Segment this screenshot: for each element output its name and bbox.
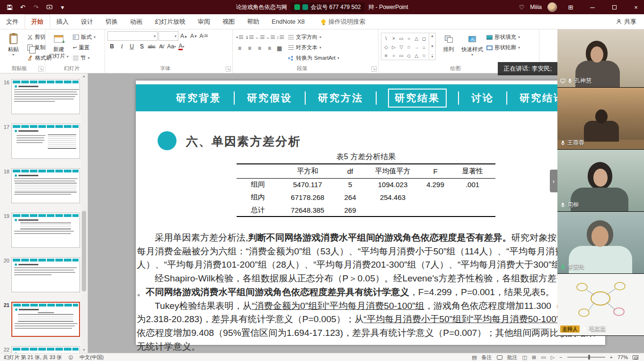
slide-nav-item-4[interactable]: 讨论: [470, 90, 495, 107]
ribbon-tab-0[interactable]: 文件: [0, 14, 25, 29]
participant-video[interactable]: 主持人 毛某晨: [557, 274, 644, 336]
decrease-indent-button[interactable]: ←: [255, 33, 265, 42]
change-case-button[interactable]: Aa▾: [167, 42, 176, 51]
paragraph-dialog-launcher[interactable]: ↘: [371, 66, 377, 72]
font-family-select[interactable]: ▾: [107, 31, 158, 41]
qat-customize-icon[interactable]: ▾: [59, 3, 66, 11]
panel-collapse-button[interactable]: ›: [550, 170, 557, 192]
comments-button[interactable]: 批注: [507, 354, 518, 361]
reading-view-button[interactable]: ▭: [541, 354, 546, 361]
italic-button[interactable]: I: [117, 42, 126, 51]
slide-thumbnail[interactable]: 20: [2, 257, 80, 292]
minimize-button[interactable]: ─: [584, 0, 600, 14]
ribbon-tab-6[interactable]: 幻灯片放映: [149, 14, 192, 29]
normal-view-button[interactable]: ◫: [522, 354, 527, 361]
layout-button[interactable]: 版式 ▾: [71, 32, 97, 42]
slide-thumbnail[interactable]: 19: [2, 213, 80, 248]
zoom-level[interactable]: 77%: [618, 354, 628, 360]
zoom-in-button[interactable]: +: [610, 354, 613, 360]
increase-font-size-button[interactable]: A▲: [179, 31, 188, 41]
tell-me-search[interactable]: 操作说明搜索: [321, 14, 365, 29]
ribbon-tab-2[interactable]: 插入: [50, 14, 75, 29]
section-button[interactable]: 节 ▾: [71, 53, 97, 63]
ribbon-tab-4[interactable]: 切换: [99, 14, 124, 29]
font-dialog-launcher[interactable]: ↘: [226, 66, 231, 72]
slide-nav-item-1[interactable]: 研究假设: [246, 90, 293, 107]
ribbon-tab-5[interactable]: 动画: [124, 14, 149, 29]
justify-button[interactable]: ≡: [265, 44, 274, 53]
accessibility-icon[interactable]: [69, 355, 73, 360]
undo-icon[interactable]: ↶: [19, 3, 26, 11]
columns-button[interactable]: ▦: [275, 44, 284, 53]
slide-thumbnail[interactable]: 22: [2, 346, 80, 353]
zoom-slider[interactable]: [567, 357, 605, 358]
slide-thumbnail[interactable]: 21: [2, 302, 80, 337]
text-shadow-button[interactable]: S: [137, 42, 146, 51]
zoom-slider-thumb[interactable]: [588, 355, 590, 360]
clear-formatting-button[interactable]: A⌫: [199, 31, 208, 41]
scroll-up-icon[interactable]: ▲: [81, 73, 87, 79]
ribbon-tab-10[interactable]: EndNote X8: [265, 14, 311, 29]
line-spacing-button[interactable]: ↕: [276, 33, 285, 42]
zoom-out-button[interactable]: −: [559, 354, 562, 360]
increase-indent-button[interactable]: →: [265, 33, 275, 42]
language-indicator[interactable]: 中文(中国): [79, 354, 104, 361]
bold-button[interactable]: B: [107, 42, 116, 51]
thumbnail-scrollbar[interactable]: ▲ ▼: [81, 73, 87, 353]
shape-fill-button[interactable]: 形状填充 ▾: [485, 32, 521, 42]
convert-smartart-button[interactable]: 转换为 SmartArt ▾: [287, 53, 341, 63]
ribbon-tab-9[interactable]: 帮助: [241, 14, 265, 29]
user-avatar[interactable]: [547, 2, 557, 12]
numbering-button[interactable]: 1: [245, 33, 254, 42]
decrease-font-size-button[interactable]: A▼: [189, 31, 198, 41]
participant-video[interactable]: 孔神慧: [557, 29, 644, 88]
reset-button[interactable]: ↩ 重置: [71, 43, 97, 53]
participant-video[interactable]: 李安民: [557, 212, 644, 274]
slide-nav-item-2[interactable]: 研究方法: [317, 90, 364, 107]
clipboard-dialog-launcher[interactable]: ↘: [38, 66, 44, 72]
notes-button[interactable]: 备注: [482, 354, 492, 361]
scroll-down-icon[interactable]: ▼: [81, 347, 87, 353]
font-size-select[interactable]: ▾: [159, 31, 178, 41]
align-left-button[interactable]: ≡: [235, 44, 244, 53]
account-name[interactable]: Miiia: [530, 4, 542, 10]
share-button[interactable]: 共享: [616, 14, 644, 29]
slide-thumbnail[interactable]: 18: [2, 168, 80, 203]
redo-icon[interactable]: ↷: [32, 3, 40, 11]
text-direction-button[interactable]: 文字方向 ▾: [287, 32, 341, 42]
align-right-button[interactable]: ≡: [255, 44, 264, 53]
shape-gallery-scrollbar[interactable]: ▲▼▾: [429, 33, 435, 60]
participant-video[interactable]: 王蓉蓉: [557, 88, 644, 150]
ribbon-tab-1[interactable]: 开始: [25, 14, 50, 29]
font-color-button[interactable]: A▾: [177, 42, 186, 51]
ribbon-tab-8[interactable]: 视图: [216, 14, 241, 29]
bullets-button[interactable]: •: [235, 33, 244, 42]
scrollbar-thumb[interactable]: [82, 211, 86, 291]
meeting-id-badge[interactable]: 会议号 677 479 502: [291, 2, 364, 12]
paste-button[interactable]: 粘贴 ▾: [2, 31, 24, 64]
align-text-button[interactable]: 对齐文本 ▾: [287, 43, 341, 53]
slideshow-view-button[interactable]: ▷: [551, 354, 555, 361]
ribbon-display-options-icon[interactable]: ⊞: [563, 0, 579, 14]
fit-slide-button[interactable]: [633, 355, 638, 360]
strikethrough-button[interactable]: abc: [147, 42, 156, 51]
character-spacing-button[interactable]: AV: [157, 42, 166, 51]
slide-canvas[interactable]: 研究背景研究假设研究方法研究结果讨论研究结论 六、单因素方差分析 表5 方差分析…: [136, 81, 605, 345]
shape-gallery[interactable]: \×▭○△◻ ◇▷▽☆→⌂ ≡○▭◇△☆ ▲▼▾: [381, 33, 436, 60]
slide-thumbnail[interactable]: 17: [2, 124, 80, 159]
participant-video[interactable]: 周柳: [557, 150, 644, 212]
ribbon-tab-7[interactable]: 审阅: [192, 14, 216, 29]
ribbon-tab-3[interactable]: 设计: [75, 14, 99, 29]
underline-button[interactable]: U: [127, 42, 136, 51]
align-center-button[interactable]: ≡: [245, 44, 254, 53]
maximize-button[interactable]: [606, 0, 622, 14]
slide-sorter-view-button[interactable]: ⊞: [532, 354, 536, 361]
close-button[interactable]: ×: [628, 0, 644, 14]
arrange-button[interactable]: 排列: [438, 31, 459, 64]
slide-nav-item-3[interactable]: 研究结果: [388, 89, 447, 108]
slide-nav-item-0[interactable]: 研究背景: [175, 90, 222, 107]
like-icon[interactable]: ♡: [519, 4, 525, 11]
start-slideshow-icon[interactable]: [45, 3, 53, 11]
save-icon[interactable]: [6, 3, 13, 11]
slide-thumbnail[interactable]: 16: [2, 79, 80, 114]
